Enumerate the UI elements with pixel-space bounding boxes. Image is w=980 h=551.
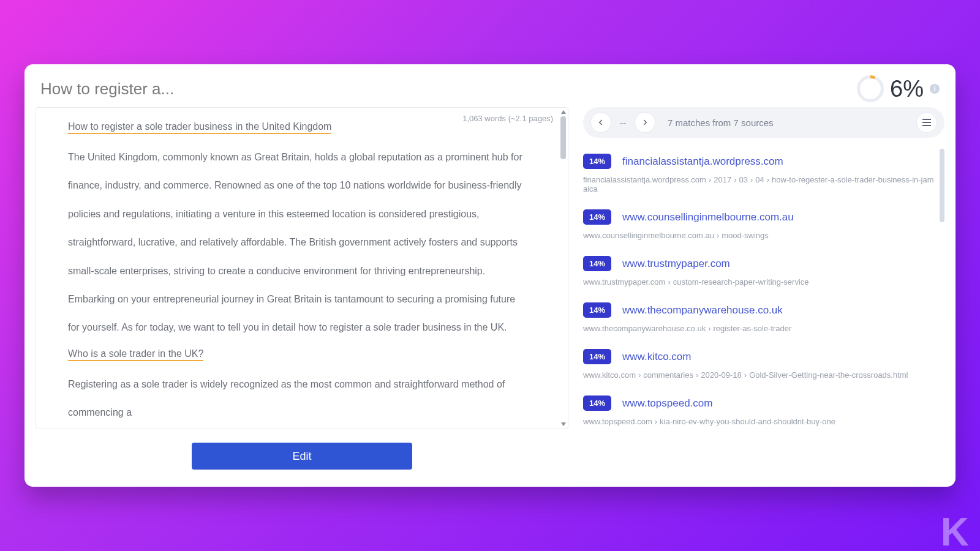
match-percent-badge: 14% [583,209,611,225]
app-card: How to register a... 6% i 1,063 words (~… [24,64,956,487]
prev-match-button[interactable] [590,112,611,133]
match-percent-badge: 14% [583,302,611,318]
score-percent: 6% [890,76,924,102]
source-breadcrumb: www.thecompanywarehouse.co.uk›register-a… [583,324,937,333]
breadcrumb-separator-icon: › [709,175,711,184]
score-ring-icon [857,75,884,102]
sources-list[interactable]: 14%financialassistantja.wordpress.comfin… [583,146,944,487]
source-breadcrumb: www.counsellinginmelbourne.com.au›mood-s… [583,231,937,240]
editor-column: 1,063 words (~2.1 pages) How to register… [36,107,568,487]
source-item[interactable]: 14%www.topspeed.comwww.topspeed.com›kia-… [583,388,937,435]
source-link[interactable]: www.thecompanywarehouse.co.uk [622,304,783,317]
breadcrumb-separator-icon: › [744,370,747,380]
next-match-button[interactable] [635,112,655,133]
menu-icon [922,119,931,126]
source-link[interactable]: financialassistantja.wordpress.com [622,156,783,168]
matches-summary: 7 matches from 7 sources [668,118,774,128]
breadcrumb-separator-icon: › [750,175,753,184]
breadcrumb-segment: Gold-Silver-Getting-near-the-crossroads.… [749,370,908,380]
edit-button[interactable]: Edit [192,443,412,470]
breadcrumb-segment: mood-swings [722,231,769,240]
score-section: 6% i [857,75,940,102]
source-link[interactable]: www.topspeed.com [622,397,712,410]
scroll-down-icon[interactable] [561,422,566,426]
body: 1,063 words (~2.1 pages) How to register… [36,107,944,487]
doc-paragraph: The United Kingdom, commonly known as Gr… [68,143,527,342]
editor-scrollbar[interactable] [560,110,566,426]
source-breadcrumb: www.trustmypaper.com›custom-research-pap… [583,277,937,287]
breadcrumb-segment: kia-niro-ev-why-you-should-and-shouldnt-… [660,417,835,426]
source-item[interactable]: 14%www.kitco.comwww.kitco.com›commentari… [583,342,937,388]
source-breadcrumb: www.topspeed.com›kia-niro-ev-why-you-sho… [583,417,937,426]
source-link[interactable]: www.counsellinginmelbourne.com.au [622,211,794,223]
doc-subheading: Who is a sole trader in the UK? [68,348,203,361]
breadcrumb-segment: www.trustmypaper.com [583,277,665,287]
breadcrumb-separator-icon: › [734,175,736,184]
source-item-top: 14%www.topspeed.com [583,395,937,411]
breadcrumb-segment: 04 [755,175,764,184]
match-percent-badge: 14% [583,154,611,169]
sources-scroll-thumb[interactable] [940,149,944,222]
scroll-up-icon[interactable] [561,110,566,114]
sources-toolbar: -- 7 matches from 7 sources [583,107,944,138]
source-link[interactable]: www.kitco.com [622,351,691,363]
chevron-right-icon [641,118,649,127]
breadcrumb-segment: www.kitco.com [583,370,636,380]
breadcrumb-segment: financialassistantja.wordpress.com [583,175,706,184]
info-icon[interactable]: i [930,84,940,94]
source-link[interactable]: www.trustmypaper.com [622,258,730,270]
source-item-top: 14%financialassistantja.wordpress.com [583,154,937,169]
breadcrumb-segment: 03 [739,175,747,184]
source-breadcrumb: www.kitco.com›commentaries›2020-09-18›Go… [583,370,937,380]
source-item[interactable]: 14%financialassistantja.wordpress.comfin… [583,146,937,202]
source-item[interactable]: 14%www.counsellinginmelbourne.com.auwww.… [583,202,937,249]
breadcrumb-separator-icon: › [668,277,670,287]
editor-content[interactable]: How to register a sole trader business i… [36,108,559,429]
breadcrumb-segment: register-as-sole-trader [714,324,792,333]
document-title: How to register a... [40,80,174,99]
breadcrumb-separator-icon: › [696,370,698,380]
match-position: -- [620,118,626,128]
watermark: K [941,509,967,551]
breadcrumb-separator-icon: › [655,417,657,426]
match-percent-badge: 14% [583,256,611,271]
breadcrumb-separator-icon: › [717,231,719,240]
header: How to register a... 6% i [36,75,944,107]
match-percent-badge: 14% [583,395,611,411]
match-percent-badge: 14% [583,349,611,364]
doc-paragraph-2: Registering as a sole trader is widely r… [68,370,527,427]
editor-shell: 1,063 words (~2.1 pages) How to register… [36,107,568,429]
breadcrumb-segment: 2020-09-18 [701,370,742,380]
sources-column: -- 7 matches from 7 sources 14%financial… [583,107,944,487]
scroll-thumb[interactable] [560,116,566,159]
chevron-left-icon [597,118,605,127]
source-item-top: 14%www.trustmypaper.com [583,256,937,271]
breadcrumb-segment: 2017 [714,175,731,184]
source-item-top: 14%www.kitco.com [583,349,937,364]
breadcrumb-segment: custom-research-paper-writing-service [673,277,809,287]
sources-menu-button[interactable] [916,112,937,133]
source-item-top: 14%www.counsellinginmelbourne.com.au [583,209,937,225]
breadcrumb-separator-icon: › [708,324,710,333]
breadcrumb-segment: commentaries [643,370,693,380]
breadcrumb-separator-icon: › [767,175,769,184]
source-item-top: 14%www.thecompanywarehouse.co.uk [583,302,937,318]
source-breadcrumb: financialassistantja.wordpress.com›2017›… [583,175,937,193]
doc-heading: How to register a sole trader business i… [68,121,331,134]
breadcrumb-segment: www.counsellinginmelbourne.com.au [583,231,714,240]
breadcrumb-segment: www.topspeed.com [583,417,652,426]
source-item[interactable]: 14%www.thecompanywarehouse.co.ukwww.thec… [583,295,937,342]
source-item[interactable]: 14%www.trustmypaper.comwww.trustmypaper.… [583,249,937,295]
breadcrumb-segment: www.thecompanywarehouse.co.uk [583,324,706,333]
breadcrumb-separator-icon: › [638,370,641,380]
